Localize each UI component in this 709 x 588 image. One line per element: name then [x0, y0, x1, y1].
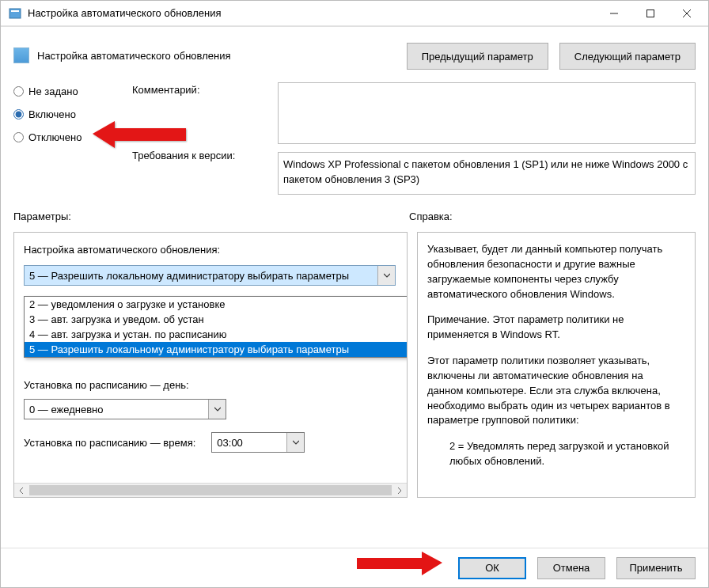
radio-enabled-input[interactable]	[13, 109, 24, 119]
apply-button[interactable]: Применить	[616, 557, 696, 579]
dialog-footer: ОК Отмена Применить	[1, 548, 708, 587]
config-update-combo[interactable]: 5 — Разрешить локальному администратору …	[24, 265, 396, 286]
radio-not-configured-input[interactable]	[13, 86, 24, 97]
dropdown-option[interactable]: 2 — уведомления о загрузке и установке	[25, 297, 408, 312]
scroll-thumb[interactable]	[29, 485, 392, 495]
requirements-textbox: Windows XP Professional с пакетом обновл…	[278, 152, 696, 195]
ok-button[interactable]: ОК	[458, 557, 526, 579]
chevron-down-icon[interactable]	[286, 433, 304, 452]
config-update-label: Настройка автоматического обновления:	[24, 244, 397, 256]
section-labels: Параметры: Справка:	[1, 199, 708, 226]
schedule-day-label: Установка по расписанию — день:	[24, 379, 397, 391]
comment-label: Комментарий:	[132, 84, 262, 96]
radio-disabled-input[interactable]	[13, 132, 24, 142]
schedule-time-label: Установка по расписанию — время:	[24, 437, 195, 449]
svg-rect-3	[647, 9, 654, 17]
chevron-down-icon[interactable]	[377, 266, 395, 285]
radio-disabled-label: Отключено	[28, 131, 82, 143]
schedule-day-value: 0 — ежедневно	[25, 400, 226, 419]
comment-textbox[interactable]	[278, 82, 696, 144]
schedule-day-combo[interactable]: 0 — ежедневно	[24, 399, 226, 419]
maximize-button[interactable]	[632, 2, 669, 25]
help-panel[interactable]: Указывает, будет ли данный компьютер пол…	[417, 232, 696, 498]
close-button[interactable]	[669, 2, 705, 25]
policy-top-section: Не задано Включено Отключено Комментарий…	[1, 78, 708, 199]
config-update-dropdown[interactable]: 2 — уведомления о загрузке и установке 3…	[24, 296, 408, 358]
help-paragraph: Этот параметр политики позволяет указыва…	[427, 354, 679, 428]
help-paragraph: 2 = Уведомлять перед загрузкой и установ…	[449, 439, 679, 469]
next-setting-button[interactable]: Следующий параметр	[559, 43, 696, 70]
radio-enabled-label: Включено	[28, 108, 76, 120]
help-paragraph: Указывает, будет ли данный компьютер пол…	[427, 242, 679, 302]
dropdown-option-selected[interactable]: 5 — Разрешить локальному администратору …	[25, 342, 408, 357]
svg-rect-0	[9, 9, 21, 18]
policy-icon	[13, 47, 29, 63]
titlebar: Настройка автоматического обновления	[1, 1, 708, 26]
radio-disabled[interactable]: Отключено	[13, 131, 116, 143]
previous-setting-button[interactable]: Предыдущий параметр	[407, 43, 548, 70]
body-row: Настройка автоматического обновления: 5 …	[1, 226, 708, 498]
minimize-button[interactable]	[596, 2, 632, 25]
chevron-down-icon[interactable]	[208, 400, 226, 419]
scroll-left-button[interactable]	[14, 484, 28, 497]
schedule-time-combo[interactable]: 03:00	[211, 432, 305, 453]
window-controls	[596, 2, 705, 25]
scroll-right-button[interactable]	[392, 484, 407, 497]
svg-rect-1	[11, 10, 19, 12]
parameters-panel: Настройка автоматического обновления: 5 …	[13, 232, 408, 498]
help-label: Справка:	[409, 211, 696, 222]
radio-enabled[interactable]: Включено	[13, 108, 116, 120]
app-icon	[9, 7, 21, 20]
help-paragraph: Примечание. Этот параметр политики не пр…	[427, 313, 679, 343]
requirements-label: Требования к версии:	[132, 150, 262, 161]
radio-not-configured[interactable]: Не задано	[13, 85, 116, 97]
horizontal-scrollbar[interactable]	[14, 483, 407, 497]
window-title: Настройка автоматического обновления	[28, 7, 596, 19]
config-update-combo-value: 5 — Разрешить локальному администратору …	[25, 266, 395, 285]
policy-title: Настройка автоматического обновления	[37, 50, 230, 62]
dropdown-option[interactable]: 4 — авт. загрузка и устан. по расписанию	[25, 327, 408, 342]
state-radios: Не задано Включено Отключено	[13, 82, 116, 195]
header: Настройка автоматического обновления Пре…	[1, 26, 708, 78]
cancel-button[interactable]: Отмена	[537, 557, 605, 579]
radio-not-configured-label: Не задано	[28, 85, 78, 97]
dropdown-option[interactable]: 3 — авт. загрузка и уведом. об устан	[25, 312, 408, 327]
parameters-label: Параметры:	[13, 211, 409, 222]
